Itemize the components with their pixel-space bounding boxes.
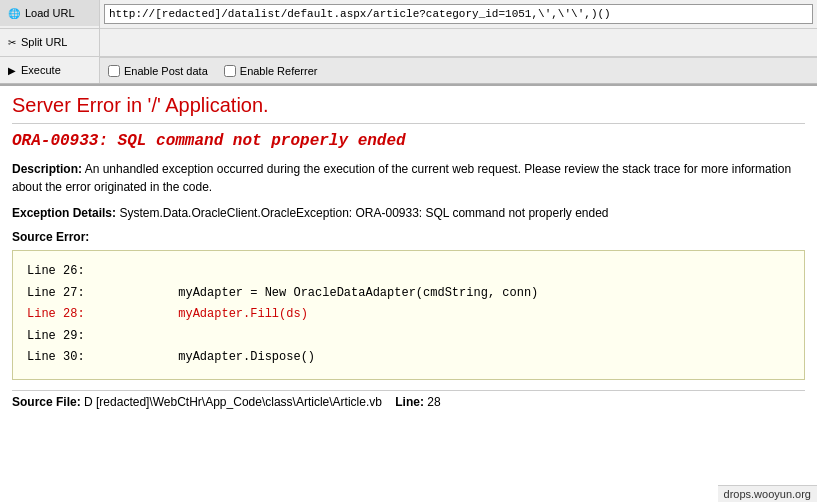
url-bar — [100, 0, 817, 28]
left-buttons: 🌐 Load URL — [0, 0, 100, 28]
execute-icon: ▶ — [8, 65, 16, 76]
code-line-28: Line 28: myAdapter.Fill(ds) — [27, 304, 790, 326]
source-line-label: Line: — [395, 395, 424, 409]
url-input[interactable] — [104, 4, 813, 24]
description-block: Description: An unhandled exception occu… — [12, 160, 805, 196]
load-url-icon: 🌐 — [8, 8, 20, 19]
split-url-label: Split URL — [21, 36, 67, 48]
page-title: Server Error in '/' Application. — [12, 94, 805, 124]
error-heading: ORA-00933: SQL command not properly ende… — [12, 132, 805, 150]
description-label: Description: — [12, 162, 82, 176]
enable-referrer-checkbox-label[interactable]: Enable Referrer — [224, 65, 318, 77]
exception-block: Exception Details: System.Data.OracleCli… — [12, 206, 805, 220]
execute-label: Execute — [21, 64, 61, 76]
code-line-30: Line 30: myAdapter.Dispose() — [27, 347, 790, 369]
source-file-label: Source File: — [12, 395, 81, 409]
code-line-29: Line 29: — [27, 326, 790, 348]
exception-label: Exception Details: — [12, 206, 116, 220]
description-text: An unhandled exception occurred during t… — [12, 162, 791, 194]
main-content: Server Error in '/' Application. ORA-009… — [0, 86, 817, 502]
left-buttons-3: ▶ Execute — [0, 57, 100, 83]
toolbar: 🌐 Load URL ✂ Split URL ▶ Execute Ena — [0, 0, 817, 86]
load-url-label: Load URL — [25, 7, 75, 19]
source-file-block: Source File: D [redacted]\WebCtHr\App_Co… — [12, 390, 805, 409]
exception-text: System.Data.OracleClient.OracleException… — [119, 206, 608, 220]
enable-post-data-checkbox[interactable] — [108, 65, 120, 77]
code-box: Line 26: Line 27: myAdapter = New Oracle… — [12, 250, 805, 380]
watermark: drops.wooyun.org — [718, 485, 817, 502]
left-buttons-2: ✂ Split URL — [0, 29, 100, 56]
source-line-number: 28 — [427, 395, 440, 409]
enable-post-data-checkbox-label[interactable]: Enable Post data — [108, 65, 208, 77]
load-url-button[interactable]: 🌐 Load URL — [0, 0, 99, 26]
code-line-26: Line 26: — [27, 261, 790, 283]
enable-post-data-label: Enable Post data — [124, 65, 208, 77]
code-line-27: Line 27: myAdapter = New OracleDataAdapt… — [27, 283, 790, 305]
split-url-icon: ✂ — [8, 37, 16, 48]
enable-referrer-label: Enable Referrer — [240, 65, 318, 77]
enable-referrer-checkbox[interactable] — [224, 65, 236, 77]
source-file-path: D [redacted]\WebCtHr\App_Code\class\Arti… — [84, 395, 382, 409]
split-url-button[interactable]: ✂ Split URL — [0, 29, 99, 55]
execute-button[interactable]: ▶ Execute — [0, 57, 99, 83]
source-error-label: Source Error: — [12, 230, 805, 244]
